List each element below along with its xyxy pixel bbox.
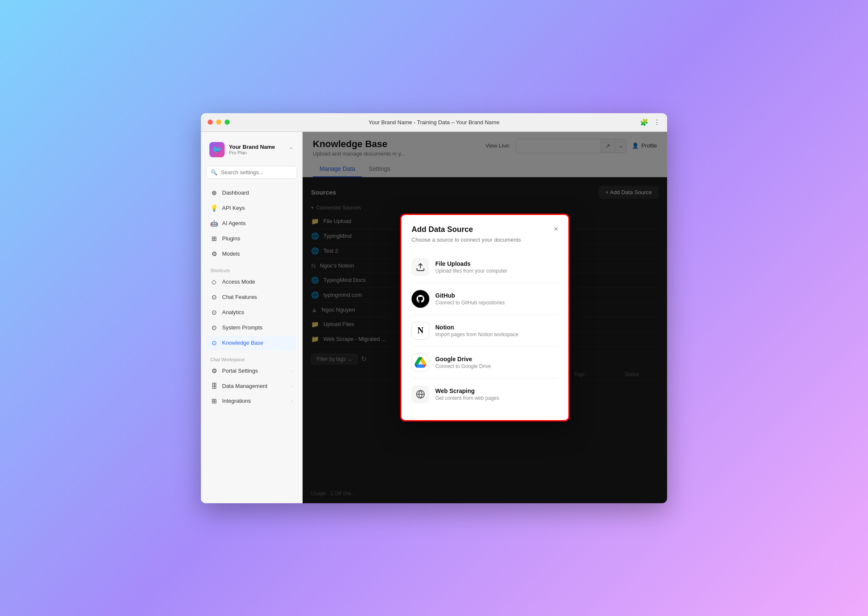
workspace-label: Chat Workspace: [206, 354, 297, 364]
api-keys-icon: 💡: [210, 204, 218, 212]
window-title: Your Brand Name - Training Data – Your B…: [369, 119, 500, 125]
modal-header: Add Data Source ×: [412, 225, 558, 234]
sidebar-item-label: API Keys: [222, 205, 245, 211]
modal-close-button[interactable]: ×: [554, 225, 558, 233]
modal-overlay[interactable]: Add Data Source × Choose a source to con…: [303, 132, 667, 503]
source-option-text: Web Scraping Get content from web pages: [435, 387, 499, 401]
access-mode-icon: ◇: [210, 278, 218, 286]
sidebar-item-label: Portal Settings: [222, 368, 258, 374]
file-uploads-icon: [412, 258, 429, 276]
sidebar-item-dashboard[interactable]: ⊕ Dashboard: [206, 186, 297, 200]
brand-avatar: 🐦: [209, 142, 225, 157]
source-desc: Get content from web pages: [435, 395, 499, 401]
sidebar-item-label: AI Agents: [222, 220, 246, 226]
source-option-github[interactable]: GitHub Connect to GitHub repositories: [412, 283, 558, 315]
titlebar-icons: 🧩 ⋮: [640, 118, 660, 126]
sidebar-item-label: Chat Features: [222, 294, 257, 300]
workspace-section: ⚙ Portal Settings › 🗄 Data Management › …: [206, 364, 297, 408]
arrow-icon: ›: [291, 383, 293, 388]
sidebar-item-system-prompts[interactable]: ⊙ System Prompts: [206, 321, 297, 335]
knowledge-base-icon: ⊙: [210, 339, 218, 347]
sidebar-item-label: Dashboard: [222, 190, 249, 196]
sidebar-item-access-mode[interactable]: ◇ Access Mode: [206, 275, 297, 289]
close-button[interactable]: [208, 120, 213, 125]
plugins-icon: ⊞: [210, 235, 218, 242]
source-name: Web Scraping: [435, 387, 499, 394]
modal-title: Add Data Source: [412, 225, 473, 234]
ai-agents-icon: 🤖: [210, 220, 218, 227]
sidebar-item-label: Analytics: [222, 309, 244, 315]
arrow-icon: ›: [291, 399, 293, 404]
integrations-icon: ⊞: [210, 397, 218, 405]
portal-settings-icon: ⚙: [210, 367, 218, 375]
models-icon: ⚙: [210, 250, 218, 258]
arrow-icon: ›: [291, 368, 293, 374]
more-icon[interactable]: ⋮: [654, 118, 660, 126]
source-option-text: Google Drive Connect to Google Drive: [435, 356, 491, 369]
sidebar-item-label: Plugins: [222, 235, 240, 242]
sidebar-item-label: Knowledge Base: [222, 340, 264, 346]
nav-section: ⊕ Dashboard 💡 API Keys 🤖 AI Agents ⊞ Plu…: [206, 186, 297, 261]
sidebar-item-knowledge-base[interactable]: ⊙ Knowledge Base: [206, 336, 297, 350]
source-option-text: Notion Import pages from Notion workspac…: [435, 324, 518, 337]
source-name: Notion: [435, 324, 518, 331]
system-prompts-icon: ⊙: [210, 324, 218, 332]
notion-icon: N: [412, 322, 429, 340]
brand-chevron-icon: ⌃: [289, 146, 294, 153]
sidebar-item-plugins[interactable]: ⊞ Plugins: [206, 231, 297, 246]
source-option-google-drive[interactable]: Google Drive Connect to Google Drive: [412, 347, 558, 379]
sidebar-item-label: Integrations: [222, 398, 251, 404]
source-desc: Import pages from Notion workspace: [435, 332, 518, 337]
traffic-lights: [208, 120, 230, 125]
dashboard-icon: ⊕: [210, 189, 218, 197]
shortcuts-label: Shortcuts: [206, 265, 297, 275]
chat-features-icon: ⊙: [210, 293, 218, 301]
titlebar: Your Brand Name - Training Data – Your B…: [201, 113, 667, 132]
source-option-web-scraping[interactable]: Web Scraping Get content from web pages: [412, 379, 558, 410]
sidebar-item-integrations[interactable]: ⊞ Integrations ›: [206, 394, 297, 408]
google-drive-icon: [412, 354, 429, 371]
source-desc: Connect to Google Drive: [435, 363, 491, 369]
sidebar-item-ai-agents[interactable]: 🤖 AI Agents: [206, 216, 297, 231]
brand-info: Your Brand Name Pro Plan: [229, 144, 284, 155]
brand-section[interactable]: 🐦 Your Brand Name Pro Plan ⌃: [206, 139, 297, 161]
brand-name: Your Brand Name: [229, 144, 284, 150]
source-desc: Connect to GitHub repositories: [435, 300, 505, 306]
source-option-file-uploads[interactable]: File Uploads Upload files from your comp…: [412, 251, 558, 283]
shortcuts-section: ◇ Access Mode ⊙ Chat Features ⊙ Analytic…: [206, 275, 297, 350]
source-option-notion[interactable]: N Notion Import pages from Notion worksp…: [412, 315, 558, 347]
brand-plan: Pro Plan: [229, 150, 284, 155]
source-option-text: GitHub Connect to GitHub repositories: [435, 292, 505, 306]
web-scraping-icon: [412, 385, 429, 403]
search-input[interactable]: [221, 169, 292, 176]
sidebar-item-data-management[interactable]: 🗄 Data Management ›: [206, 379, 297, 393]
github-icon: [412, 290, 429, 308]
search-icon: 🔍: [211, 169, 217, 176]
minimize-button[interactable]: [216, 120, 221, 125]
right-panel: Knowledge Base Upload and manage documen…: [303, 132, 667, 503]
source-name: File Uploads: [435, 260, 507, 267]
sidebar-item-models[interactable]: ⚙ Models: [206, 247, 297, 261]
source-option-text: File Uploads Upload files from your comp…: [435, 260, 507, 274]
source-desc: Upload files from your computer: [435, 268, 507, 274]
app-window: Your Brand Name - Training Data – Your B…: [201, 113, 667, 503]
sidebar-item-analytics[interactable]: ⊙ Analytics: [206, 305, 297, 320]
extension-icon[interactable]: 🧩: [640, 118, 648, 126]
sidebar-item-label: Access Mode: [222, 279, 255, 285]
sidebar-item-label: System Prompts: [222, 324, 262, 331]
data-management-icon: 🗄: [210, 382, 218, 390]
add-data-source-modal: Add Data Source × Choose a source to con…: [400, 214, 570, 421]
analytics-icon: ⊙: [210, 309, 218, 316]
modal-subtitle: Choose a source to connect your document…: [412, 237, 558, 243]
sidebar-item-label: Models: [222, 251, 240, 257]
sidebar-item-api-keys[interactable]: 💡 API Keys: [206, 201, 297, 215]
source-name: GitHub: [435, 292, 505, 299]
source-name: Google Drive: [435, 356, 491, 362]
sidebar: 🐦 Your Brand Name Pro Plan ⌃ 🔍 ⊕ Dashboa…: [201, 132, 303, 503]
search-box[interactable]: 🔍: [206, 166, 297, 179]
maximize-button[interactable]: [225, 120, 230, 125]
sidebar-item-portal-settings[interactable]: ⚙ Portal Settings ›: [206, 364, 297, 378]
sidebar-item-label: Data Management: [222, 383, 267, 389]
main-content: 🐦 Your Brand Name Pro Plan ⌃ 🔍 ⊕ Dashboa…: [201, 132, 667, 503]
sidebar-item-chat-features[interactable]: ⊙ Chat Features: [206, 290, 297, 304]
